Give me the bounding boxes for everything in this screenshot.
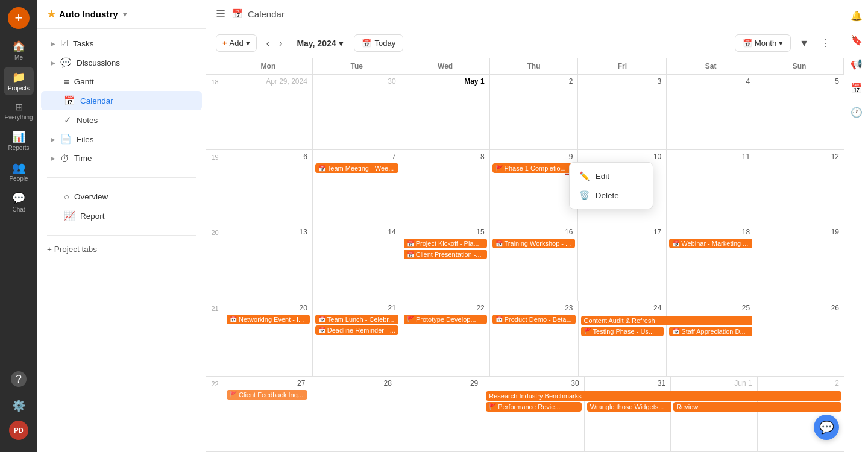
event-training-workshop[interactable]: 📅 Training Workshop - ... xyxy=(492,239,576,248)
star-icon: ★ xyxy=(47,8,55,20)
event-product-demo[interactable]: 📅 Product Demo - Beta... xyxy=(492,315,576,324)
nav-item-reports[interactable]: 📊 Reports xyxy=(4,127,34,155)
chat-fab-button[interactable]: 💬 xyxy=(814,415,839,440)
day-29[interactable]: 29 xyxy=(397,377,483,451)
event-wrangle-end[interactable] xyxy=(757,391,841,401)
nav-item-chat[interactable]: 💬 Chat xyxy=(4,188,34,216)
event-content-audit-cont[interactable] xyxy=(666,316,752,325)
calendar-right-button[interactable]: 📅 xyxy=(848,80,865,96)
nav-item-people[interactable]: 👥 People xyxy=(4,157,34,186)
filter-button[interactable]: ▼ xyxy=(796,36,813,51)
event-deadline[interactable]: 📅 Deadline Reminder - ... xyxy=(315,325,398,335)
day-31[interactable]: 31 Wrangle those Widgets... xyxy=(585,377,671,451)
event-wrangle[interactable]: Wrangle those Widgets... xyxy=(587,402,671,412)
day-30[interactable]: 30 Research Industry Benchmarks 🚩 Perfor… xyxy=(483,377,584,451)
help-icon: ? xyxy=(11,371,27,387)
notification-bell-button[interactable]: 🔔 xyxy=(848,7,865,24)
nav-item-me[interactable]: 🏠 Me xyxy=(4,36,34,64)
clock-button[interactable]: 🕐 xyxy=(848,104,865,121)
day-19[interactable]: 19 xyxy=(755,225,844,300)
bookmark-button[interactable]: 🔖 xyxy=(848,31,865,48)
day-14[interactable]: 14 xyxy=(313,225,401,300)
event-performance[interactable]: 🚩 Performance Revie... xyxy=(486,402,581,412)
announcement-button[interactable]: 📢 xyxy=(848,55,865,72)
day-apr29[interactable]: Apr 29, 2024 xyxy=(224,75,313,149)
time-icon: ⏱ xyxy=(60,153,69,163)
event-review[interactable]: Review xyxy=(673,402,757,412)
day-12[interactable]: 12 xyxy=(755,150,844,225)
day-28[interactable]: 28 xyxy=(310,377,397,451)
day-23[interactable]: 23 📅 Product Demo - Beta... xyxy=(490,301,579,376)
day-7[interactable]: 7 📅 Team Meeting - Wee... xyxy=(313,150,401,225)
day-11[interactable]: 11 xyxy=(667,150,755,225)
day-18[interactable]: 18 📅 Webinar - Marketing ... xyxy=(667,225,755,300)
day-8[interactable]: 8 xyxy=(401,150,490,225)
event-networking[interactable]: 📅 Networking Event - I... xyxy=(227,315,310,324)
help-button[interactable]: ? xyxy=(4,368,34,391)
sidebar-toggle-button[interactable]: ☰ xyxy=(216,7,225,20)
sidebar-item-calendar[interactable]: 📅 Calendar xyxy=(41,91,202,110)
avatar[interactable]: PD xyxy=(9,421,28,440)
view-selector[interactable]: 📅 Month ▾ xyxy=(735,34,791,52)
add-button[interactable]: + Add ▾ xyxy=(216,34,257,52)
sidebar-item-report[interactable]: 📈 Report xyxy=(41,206,202,225)
event-prototype[interactable]: 🚩 Prototype Develop... xyxy=(404,315,487,324)
prev-month-button[interactable]: ‹ xyxy=(263,36,273,51)
day-jun1[interactable]: Jun 1 Review xyxy=(671,377,757,451)
nav-item-everything[interactable]: ⊞ Everything xyxy=(4,98,34,124)
event-staff-appreciation[interactable]: 📅 Staff Appreciation D... xyxy=(669,327,752,336)
event-research[interactable]: Research Industry Benchmarks xyxy=(486,391,584,401)
day-22[interactable]: 22 🚩 Prototype Develop... xyxy=(401,301,490,376)
event-webinar[interactable]: 📅 Webinar - Marketing ... xyxy=(669,239,752,248)
add-project-tabs[interactable]: + Project tabs xyxy=(37,240,206,258)
edit-icon: ✏️ xyxy=(579,171,590,181)
event-client-feedback[interactable]: 🚩 Client Feedback Inq... xyxy=(227,390,307,400)
day-15[interactable]: 15 📅 Project Kickoff - Pla... 📅 Client P… xyxy=(401,225,490,300)
day-16[interactable]: 16 📅 Training Workshop - ... xyxy=(490,225,579,300)
settings-button[interactable]: ⚙️ xyxy=(4,395,34,416)
day-21[interactable]: 21 📅 Team Lunch - Celebr... 📅 Deadline R… xyxy=(313,301,401,376)
event-phase1[interactable]: 🚩 Phase 1 Completio... xyxy=(492,163,576,173)
day-25[interactable]: 25 📅 Staff Appreciation D... xyxy=(667,301,755,376)
day-20[interactable]: 20 📅 Networking Event - I... xyxy=(224,301,313,376)
event-team-meeting[interactable]: 📅 Team Meeting - Wee... xyxy=(315,163,398,173)
sidebar-item-files[interactable]: ▶ 📄 Files xyxy=(41,130,202,149)
today-button[interactable]: 📅 Today xyxy=(354,34,404,52)
day-26[interactable]: 26 xyxy=(755,301,844,376)
day-2[interactable]: 2 xyxy=(490,75,579,149)
day-may1[interactable]: May 1 xyxy=(401,75,490,149)
context-delete[interactable]: 🗑️ Delete xyxy=(570,186,653,205)
sidebar-item-tasks[interactable]: ▶ ☑ Tasks xyxy=(41,34,202,53)
event-project-kickoff[interactable]: 📅 Project Kickoff - Pla... xyxy=(404,239,487,248)
day-24[interactable]: 24 Content Audit & Refresh 🚩 Testing Pha… xyxy=(579,301,667,376)
more-options-button[interactable]: ⋮ xyxy=(817,35,834,51)
day-4[interactable]: 4 xyxy=(667,75,755,149)
day-17[interactable]: 17 xyxy=(578,225,667,300)
day-27[interactable]: 27 🚩 Client Feedback Inq... xyxy=(224,377,310,451)
day-9[interactable]: 9 🚩 Phase 1 Completio... xyxy=(490,150,579,225)
day-5[interactable]: 5 xyxy=(755,75,844,149)
create-button[interactable]: + xyxy=(8,7,30,29)
event-wrangle-cont[interactable] xyxy=(670,391,757,401)
day-apr30[interactable]: 30 xyxy=(313,75,401,149)
day-jun2[interactable]: 2 xyxy=(758,377,844,451)
event-client-presentation[interactable]: 📅 Client Presentation -... xyxy=(404,250,487,259)
event-testing-phase[interactable]: 🚩 Testing Phase - Us... xyxy=(581,327,664,336)
sidebar-item-overview[interactable]: ○ Overview xyxy=(41,187,202,206)
nav-item-projects[interactable]: 📁 Projects xyxy=(4,67,34,95)
event-review-cont[interactable] xyxy=(757,402,841,412)
month-label[interactable]: May, 2024 ▾ xyxy=(292,36,347,51)
day-6[interactable]: 6 xyxy=(224,150,313,225)
context-edit[interactable]: ✏️ Edit xyxy=(570,166,653,186)
sidebar-item-gantt[interactable]: ≡ Gantt xyxy=(41,72,202,91)
event-research-cont[interactable] xyxy=(584,391,671,401)
event-team-lunch[interactable]: 📅 Team Lunch - Celebr... xyxy=(315,315,398,324)
sidebar-header[interactable]: ★ Auto Industry ▾ xyxy=(37,0,206,29)
day-13[interactable]: 13 xyxy=(224,225,313,300)
sidebar-item-time[interactable]: ▶ ⏱ Time xyxy=(41,149,202,168)
sidebar-item-discussions[interactable]: ▶ 💬 Discussions xyxy=(41,53,202,72)
sidebar-item-notes[interactable]: ✓ Notes xyxy=(41,110,202,130)
day-3[interactable]: 3 xyxy=(578,75,667,149)
next-month-button[interactable]: › xyxy=(275,36,286,51)
event-content-audit[interactable]: Content Audit & Refresh xyxy=(581,316,667,325)
